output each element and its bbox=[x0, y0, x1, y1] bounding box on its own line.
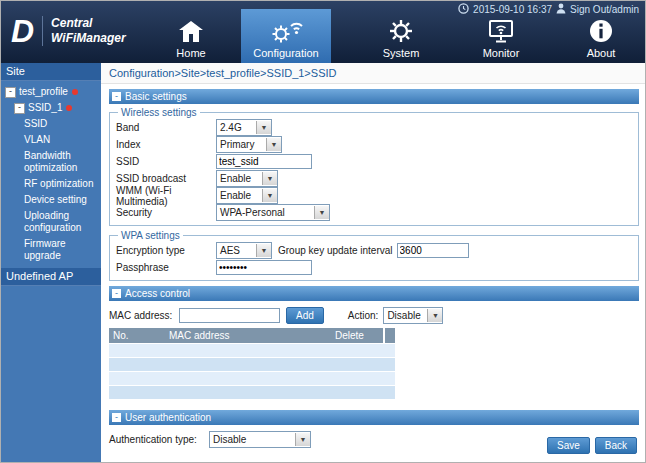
section-basic-settings: - Basic settings bbox=[109, 89, 639, 104]
section-access-control: - Access control bbox=[109, 286, 639, 301]
tree-item-vlan[interactable]: VLAN bbox=[1, 132, 101, 148]
band-select-value: 2.4G bbox=[217, 122, 256, 133]
site-tree: - test_profile - SSID_1 SSID VLAN Bandwi… bbox=[1, 81, 101, 268]
tree-label: SSID bbox=[24, 118, 47, 130]
tree-item-ssid[interactable]: SSID bbox=[1, 116, 101, 132]
index-select-value: Primary bbox=[217, 139, 266, 150]
nav-item-home[interactable]: Home bbox=[151, 9, 231, 63]
chevron-down-icon[interactable]: ▼ bbox=[295, 433, 310, 446]
index-select[interactable]: Primary ▼ bbox=[216, 136, 282, 153]
collapse-icon[interactable]: - bbox=[5, 87, 16, 98]
collapse-icon[interactable]: - bbox=[112, 413, 121, 422]
table-row bbox=[109, 358, 395, 372]
chevron-down-icon[interactable]: ▼ bbox=[262, 189, 277, 202]
section-title: User authentication bbox=[125, 410, 211, 425]
table-header-row: No. MAC address Delete bbox=[109, 328, 395, 344]
chevron-down-icon[interactable]: ▼ bbox=[256, 121, 271, 134]
nav-label: Home bbox=[176, 47, 205, 59]
group-key-interval-input[interactable] bbox=[397, 243, 469, 258]
action-label: Action: bbox=[348, 310, 379, 321]
collapse-icon[interactable]: - bbox=[112, 92, 121, 101]
band-select[interactable]: 2.4G ▼ bbox=[216, 119, 272, 136]
nav-item-about[interactable]: About bbox=[561, 9, 641, 63]
passphrase-input[interactable] bbox=[216, 260, 312, 275]
wmm-select[interactable]: Enable ▼ bbox=[216, 187, 278, 204]
sidebar: Site - test_profile - SSID_1 SSID VLAN B… bbox=[1, 63, 101, 462]
tree-item-device-setting[interactable]: Device setting bbox=[1, 192, 101, 208]
nav-item-monitor[interactable]: Monitor bbox=[461, 9, 541, 63]
mac-address-row: MAC address: Add Action: Disable ▼ bbox=[109, 305, 639, 325]
table-row bbox=[109, 386, 395, 400]
home-icon bbox=[178, 17, 204, 45]
collapse-icon[interactable]: - bbox=[112, 289, 121, 298]
footer-buttons: Save Back bbox=[547, 437, 637, 454]
ssid-broadcast-select[interactable]: Enable ▼ bbox=[216, 170, 278, 187]
tree-label: Uploading configuration bbox=[24, 210, 99, 234]
tree-item-rf-optimization[interactable]: RF optimization bbox=[1, 176, 101, 192]
section-title: Access control bbox=[125, 286, 190, 301]
action-select[interactable]: Disable ▼ bbox=[383, 307, 443, 324]
sidebar-section-site[interactable]: Site bbox=[1, 63, 101, 81]
brand-line1: Central bbox=[51, 16, 126, 31]
tree-item-test-profile[interactable]: - test_profile bbox=[1, 84, 101, 100]
tree-label: test_profile bbox=[19, 86, 68, 98]
mac-address-label: MAC address: bbox=[109, 310, 179, 321]
authentication-type-select[interactable]: Disable ▼ bbox=[209, 431, 311, 448]
chevron-down-icon[interactable]: ▼ bbox=[266, 138, 281, 151]
wpa-settings-legend: WPA settings bbox=[118, 230, 183, 241]
encryption-type-value: AES bbox=[217, 245, 256, 256]
tree-item-bandwidth-optimization[interactable]: Bandwidth optimization bbox=[1, 148, 101, 176]
central-wifimanager-window: 2015-09-10 16:37 Sign Out/admin D Centra… bbox=[0, 0, 646, 463]
main-content: Configuration>Site>test_profile>SSID_1>S… bbox=[101, 63, 646, 462]
ssid-input[interactable] bbox=[216, 154, 312, 169]
sidebar-section-undefined-ap[interactable]: Undefined AP bbox=[1, 268, 101, 286]
nav-item-configuration[interactable]: Configuration bbox=[241, 9, 331, 63]
section-title: Basic settings bbox=[125, 89, 187, 104]
tree-label: Bandwidth optimization bbox=[24, 150, 99, 174]
dlink-d-mark: D bbox=[11, 15, 34, 47]
info-icon bbox=[589, 17, 613, 45]
tree-label: Firmware upgrade bbox=[24, 238, 99, 262]
security-label: Security bbox=[116, 207, 216, 218]
passphrase-label: Passphrase bbox=[116, 262, 216, 273]
mac-address-input[interactable] bbox=[179, 308, 280, 323]
tree-label: VLAN bbox=[24, 134, 50, 146]
status-dot-red bbox=[72, 89, 78, 95]
add-button[interactable]: Add bbox=[286, 307, 324, 324]
chevron-down-icon[interactable]: ▼ bbox=[314, 206, 329, 219]
table-header-spacer bbox=[384, 328, 395, 344]
chevron-down-icon[interactable]: ▼ bbox=[427, 309, 442, 322]
chevron-down-icon[interactable]: ▼ bbox=[262, 172, 277, 185]
breadcrumb: Configuration>Site>test_profile>SSID_1>S… bbox=[101, 63, 646, 84]
tree-label: SSID_1 bbox=[28, 102, 62, 114]
encryption-type-select[interactable]: AES ▼ bbox=[216, 242, 272, 259]
section-user-authentication: - User authentication bbox=[109, 410, 639, 425]
topbar: 2015-09-10 16:37 Sign Out/admin D Centra… bbox=[1, 1, 645, 63]
main-nav: Home Configuration System Monitor About bbox=[151, 9, 641, 63]
wmm-select-value: Enable bbox=[217, 190, 262, 201]
tree-item-uploading-configuration[interactable]: Uploading configuration bbox=[1, 208, 101, 236]
configuration-icon bbox=[269, 17, 303, 45]
brand-name: Central WiFiManager bbox=[42, 16, 126, 46]
collapse-icon[interactable]: - bbox=[14, 103, 25, 114]
col-delete: Delete bbox=[331, 328, 384, 344]
nav-label: Configuration bbox=[253, 47, 318, 59]
tree-item-firmware-upgrade[interactable]: Firmware upgrade bbox=[1, 236, 101, 264]
ssid-broadcast-label: SSID broadcast bbox=[116, 173, 216, 184]
table-row bbox=[109, 344, 395, 358]
monitor-icon bbox=[488, 17, 514, 45]
wpa-settings-group: WPA settings Encryption type AES ▼ Group… bbox=[109, 230, 639, 281]
authentication-type-label: Authentication type: bbox=[109, 434, 209, 445]
back-button[interactable]: Back bbox=[595, 437, 637, 454]
save-button[interactable]: Save bbox=[547, 437, 590, 454]
tree-item-ssid-1[interactable]: - SSID_1 bbox=[1, 100, 101, 116]
wmm-label: WMM (Wi-Fi Multimedia) bbox=[116, 185, 216, 207]
security-select[interactable]: WPA-Personal ▼ bbox=[216, 204, 330, 221]
nav-item-system[interactable]: System bbox=[361, 9, 441, 63]
col-no: No. bbox=[109, 328, 165, 344]
gear-icon bbox=[388, 17, 414, 45]
chevron-down-icon[interactable]: ▼ bbox=[256, 244, 271, 257]
index-label: Index bbox=[116, 139, 216, 150]
band-label: Band bbox=[116, 122, 216, 133]
authentication-type-value: Disable bbox=[210, 434, 295, 445]
